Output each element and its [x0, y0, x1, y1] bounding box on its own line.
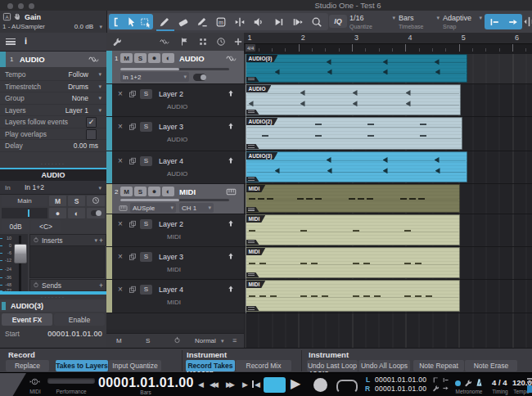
layer-grip-handle[interactable]: [246, 177, 259, 182]
inspector-row-timestretch[interactable]: TimestretchDrums▾: [0, 80, 106, 93]
delete-layer-icon[interactable]: ×: [118, 89, 123, 98]
clock-icon[interactable]: [216, 37, 226, 48]
listen-tool-icon[interactable]: [249, 14, 268, 29]
promote-layer-icon[interactable]: [227, 122, 235, 132]
track-header-midi[interactable]: 2MS●◐MIDIAUSple▾CH 1▾: [106, 184, 244, 214]
track-record-arm-button[interactable]: ●: [148, 53, 160, 63]
fader-cap[interactable]: [14, 244, 27, 263]
layer-grip-handle[interactable]: [246, 77, 259, 82]
marker-flag-icon[interactable]: [179, 37, 189, 48]
promote-layer-icon[interactable]: [227, 156, 235, 166]
clip-midi-lane7[interactable]: MIDI: [246, 280, 460, 312]
channel-mute-button[interactable]: M: [49, 196, 66, 206]
time-display[interactable]: 00001.01.01.00: [98, 376, 193, 390]
button-replace[interactable]: Replace: [6, 360, 49, 371]
row-checkbox[interactable]: [86, 129, 97, 140]
metronome-settings-icon[interactable]: [464, 379, 472, 389]
inspector-row-tempo[interactable]: TempoFollow▾: [0, 68, 106, 81]
clip-midi-lane6[interactable]: MIDI: [246, 247, 460, 278]
monitor-toggle[interactable]: [193, 74, 206, 81]
layer-grip-handle[interactable]: [246, 110, 259, 115]
timing-value[interactable]: 4 / 4: [492, 378, 507, 387]
time-unit-label[interactable]: Bars: [98, 389, 193, 395]
timeline-ruler[interactable]: 4/4 123456: [244, 33, 532, 54]
delete-layer-icon[interactable]: ×: [118, 219, 123, 228]
event-inspector-header[interactable]: AUDIO(3): [0, 299, 106, 312]
duplicate-layer-icon[interactable]: [128, 123, 137, 133]
track-solo-button[interactable]: S: [134, 187, 147, 196]
minimize-window-icon[interactable]: [18, 3, 24, 9]
next-bar-button[interactable]: ▶: [242, 379, 248, 391]
eraser-tool-icon[interactable]: [174, 14, 192, 29]
promote-layer-icon[interactable]: [227, 285, 235, 295]
clip-audio3-lane3[interactable]: AUDIO(3): [246, 151, 467, 182]
inspector-row-delay[interactable]: Delay0.00 ms: [0, 139, 106, 152]
duplicate-layer-icon[interactable]: [128, 286, 137, 295]
inserts-list[interactable]: [29, 245, 105, 278]
layer-row-midi-layer-3[interactable]: ×SLayer 3MIDI: [106, 247, 244, 280]
layer-solo-button[interactable]: S: [140, 89, 152, 99]
delete-layer-icon[interactable]: ×: [118, 285, 123, 294]
track-mute-button[interactable]: M: [120, 187, 133, 196]
magnifier-tool-icon[interactable]: [307, 14, 326, 29]
chevron-down-icon[interactable]: ▾: [221, 338, 224, 344]
clip-audio2-lane2[interactable]: AUDIO(2): [246, 117, 462, 150]
event-fx-button[interactable]: Event FX: [2, 313, 52, 326]
record-button[interactable]: [313, 378, 327, 392]
button-takes-to-layers[interactable]: Takes to Layers: [56, 360, 108, 371]
button-record-takes[interactable]: Record Takes: [186, 360, 235, 371]
instrument-dropdown[interactable]: AUSple▾: [130, 203, 176, 213]
power-icon[interactable]: [174, 336, 181, 345]
layer-grip-handle[interactable]: [246, 207, 259, 212]
global-mute-button[interactable]: M: [116, 337, 122, 344]
clip-audio3-lane0[interactable]: AUDIO(3): [246, 54, 467, 83]
button-note-repeat[interactable]: Note Repeat: [413, 360, 464, 371]
layer-solo-button[interactable]: S: [140, 156, 152, 166]
list-options-icon[interactable]: ≡: [232, 336, 237, 344]
chevron-down-icon[interactable]: ▾: [98, 71, 101, 78]
loop-end-value[interactable]: 00001.01.01.00: [375, 385, 426, 393]
button-note-erase[interactable]: Note Erase: [465, 360, 517, 371]
chevron-down-icon[interactable]: ▾: [98, 83, 101, 90]
delete-layer-icon[interactable]: ×: [118, 156, 123, 165]
track-volume-slider[interactable]: [120, 199, 229, 201]
bend-tool-icon[interactable]: [230, 14, 249, 29]
snap-dropdown[interactable]: Adaptive▾ Snap: [443, 14, 482, 30]
inserts-section-header[interactable]: Inserts ▾ +: [29, 234, 106, 246]
delete-layer-icon[interactable]: ×: [118, 252, 123, 261]
inspector-row-layers-follow-events[interactable]: Layers follow events✓: [0, 115, 106, 128]
layer-row-audio-layer-2[interactable]: ×SLayer 2AUDIO: [106, 84, 244, 117]
track-record-arm-button[interactable]: ●: [148, 187, 160, 196]
button-record-mix[interactable]: Record Mix: [236, 360, 291, 371]
button-input-quantize[interactable]: Input Quantize: [109, 360, 161, 371]
previous-bar-button[interactable]: ◀: [198, 379, 204, 391]
gain-dropdown-icon[interactable]: ▾: [99, 24, 102, 30]
promote-layer-icon[interactable]: [227, 219, 235, 229]
view-options-icon[interactable]: [527, 378, 532, 380]
wrench-icon[interactable]: [112, 37, 122, 48]
sends-section-header[interactable]: Sends +: [29, 279, 106, 291]
layer-solo-button[interactable]: S: [140, 252, 152, 262]
add-send-button[interactable]: +: [99, 281, 103, 290]
row-value[interactable]: Layer 1: [65, 106, 88, 115]
global-solo-button[interactable]: S: [146, 337, 150, 344]
channel-fader-area[interactable]: 100-6-12-24-36-48-72: [0, 234, 28, 294]
view-options-icon[interactable]: [527, 381, 532, 383]
duplicate-layer-icon[interactable]: [128, 157, 137, 167]
button-undo-all-loops[interactable]: Undo All Loops: [358, 360, 410, 371]
monitor-button[interactable]: ◐: [68, 208, 85, 218]
clip-midi-lane4[interactable]: MIDI: [246, 184, 460, 213]
panel-divider[interactable]: ·······: [0, 161, 106, 167]
precount-indicator[interactable]: [455, 380, 461, 386]
bracket-tool-icon[interactable]: [109, 14, 124, 29]
row-checkbox[interactable]: ✓: [86, 117, 97, 128]
add-insert-button[interactable]: +: [99, 236, 103, 245]
time-signature-marker[interactable]: 4/4: [246, 44, 255, 52]
layer-row-midi-layer-2[interactable]: ×SLayer 2MIDI: [106, 214, 244, 247]
fast-forward-button[interactable]: ▶▶: [226, 379, 232, 391]
channel-input-row[interactable]: In In 1+2 ▾: [0, 181, 106, 195]
performance-meter[interactable]: [47, 378, 95, 384]
settings-wrench-icon[interactable]: [432, 385, 440, 394]
mute-tool-icon[interactable]: m: [211, 14, 230, 29]
arrangement-lanes[interactable]: AUDIO(3)AUDIOAUDIO(2)AUDIO(3)MIDIMIDIMID…: [244, 54, 532, 348]
